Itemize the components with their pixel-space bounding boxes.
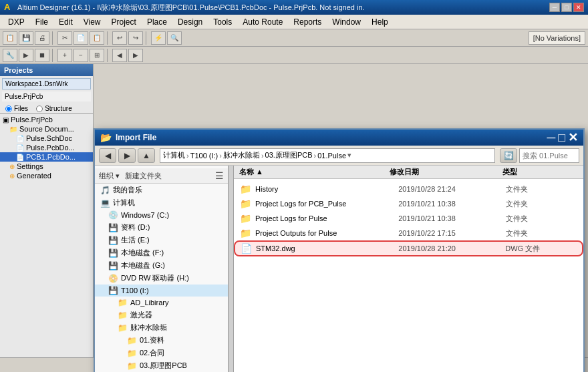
forward-button[interactable]: ▶ [118,148,136,163]
file-item-stm32[interactable]: 📄 STM32.dwg 2019/10/28 21:20 DWG 文件 [234,240,583,256]
menu-edit[interactable]: Edit [53,16,78,28]
folder-icon: 📁 [127,336,137,345]
tb-btn-22[interactable]: ▶ [19,49,33,62]
folder-icon: 📁 [118,298,128,307]
tree-item-3[interactable]: 📄 Pulse.PcbDo... [0,143,93,152]
tab-files-radio[interactable] [5,106,12,112]
col-header-date[interactable]: 修改日期 [390,167,502,177]
bc-pulse[interactable]: 01.Pulse [317,152,346,160]
tab-structure[interactable]: Structure [33,104,75,113]
folder-icon: 📁 [240,184,251,194]
file-item-logs-pcb[interactable]: 📁 Project Logs for PCB_Pulse 2019/10/21 … [234,196,583,211]
tree-computer[interactable]: 💻 计算机 [95,196,228,209]
up-button[interactable]: ▲ [138,148,155,163]
minimize-button[interactable]: ─ [549,3,560,12]
tree-item-6[interactable]: ⊕ Generated [0,171,93,180]
drive-icon: 💿 [108,210,118,220]
tb-btn-10[interactable]: 🔍 [167,31,182,45]
menu-project[interactable]: Project [106,16,142,28]
menu-autoroute[interactable]: Auto Route [237,16,288,28]
maximize-button[interactable]: □ [561,3,572,12]
tree-item-0[interactable]: ▣ Pulse.PrjPcb [0,115,93,124]
tab-structure-radio[interactable] [36,106,43,112]
file-item-outputs[interactable]: 📁 Project Outputs for Pulse 2019/10/22 1… [234,226,583,240]
projects-header: Projects [0,64,93,76]
bc-t100[interactable]: T100 (I:) [190,152,218,160]
resize-handle[interactable] [229,166,234,372]
tab-files[interactable]: Files [3,104,31,113]
menu-window[interactable]: Window [327,16,366,28]
file-list-panel: 名称 ▲ 修改日期 类型 📁 History 2019/10/28 21:24 … [234,166,583,372]
bc-pulse-water[interactable]: 脉冲水除垢 [223,150,260,160]
tb-btn-5[interactable]: 📄 [74,31,88,45]
tb-btn-8[interactable]: ↪ [128,31,143,45]
tb-btn-24[interactable]: + [57,49,72,62]
tb-btn-23[interactable]: ⏹ [35,49,49,62]
tree-drive-i[interactable]: 💾 T100 (I:) [95,285,228,297]
tree-data[interactable]: 📁 01.资料 [95,334,228,347]
dialog-close-button[interactable]: ✕ [568,130,578,145]
dialog-minimize-button[interactable]: ─ [547,131,555,145]
tree-contract[interactable]: 📁 02.合同 [95,347,228,359]
search-input[interactable] [523,152,576,160]
tree-item-1[interactable]: 📁 Source Docum... [0,124,93,134]
tree-drive-h[interactable]: 📀 DVD RW 驱动器 (H:) [95,272,228,285]
tree-schpcb-folder[interactable]: 📁 03.原理图PCB [95,359,228,372]
tb-sep-21 [52,49,55,62]
tb-btn-9[interactable]: ⚡ [151,31,166,45]
tree-windows[interactable]: 💿 Windows7 (C:) [95,209,228,221]
menu-help[interactable]: Help [366,16,394,28]
tb-btn-3[interactable]: 🖨 [35,31,49,45]
menu-dxp[interactable]: DXP [3,16,30,28]
drive-icon: 💾 [108,286,118,295]
file-item-history[interactable]: 📁 History 2019/10/28 21:24 文件夹 [234,182,583,196]
toolbar-1: 📋 💾 🖨 ✂ 📄 📋 ↩ ↪ ⚡ 🔍 [No Variations] [0,29,588,47]
tb-btn-4[interactable]: ✂ [57,31,72,45]
dialog-title: Import File [116,133,331,142]
tb-btn-1[interactable]: 📋 [3,31,17,45]
tree-drive-f[interactable]: 💾 本地磁盘 (F:) [95,246,228,259]
dialog-maximize-button[interactable]: □ [558,131,565,145]
tree-adlib[interactable]: 📁 AD_Libirary [95,297,228,309]
menu-view[interactable]: View [78,16,106,28]
tree-drive-g[interactable]: 💾 本地磁盘 (G:) [95,259,228,272]
tb-btn-6[interactable]: 📋 [90,31,104,45]
menu-design[interactable]: Design [172,16,208,28]
organize-button[interactable]: 组织 ▾ [99,171,120,181]
tree-item-2[interactable]: 📄 Pulse.SchDoc [0,134,93,143]
workspace-label[interactable]: Workspace1.DsnWrk [2,78,91,89]
new-folder-button[interactable]: 新建文件夹 [125,171,162,181]
tree-item-4[interactable]: 📄 PCB1.PcbDo... [0,152,93,162]
col-header-name[interactable]: 名称 ▲ [239,167,390,177]
close-button[interactable]: ✕ [573,3,584,12]
back-button[interactable]: ◀ [99,148,116,163]
tb-btn-2[interactable]: 💾 [19,31,33,45]
view-toggle-button[interactable]: ☰ [215,170,224,181]
tb-sep-22 [107,49,110,62]
menu-reports[interactable]: Reports [288,16,327,28]
tree-music[interactable]: 🎵 我的音乐 [95,184,228,196]
search-box[interactable] [519,148,579,163]
bc-schpcb[interactable]: 03.原理图PCB [265,150,313,160]
tree-item-5[interactable]: ⊕ Settings [0,162,93,171]
tree-laser[interactable]: 📁 激光器 [95,309,228,321]
menu-tools[interactable]: Tools [208,16,237,28]
tb-btn-28[interactable]: ▶ [128,49,143,62]
tb-btn-7[interactable]: ↩ [112,31,127,45]
bc-computer[interactable]: 计算机 [163,150,185,160]
tree-drive-d[interactable]: 💾 资料 (D:) [95,221,228,234]
folder-icon: 📁 [240,198,251,209]
project-label[interactable]: Pulse.PrjPcb [2,91,91,102]
tree-drive-e[interactable]: 💾 生活 (E:) [95,234,228,246]
tb-btn-21[interactable]: 🔧 [3,49,17,62]
refresh-button[interactable]: 🔄 [500,148,517,163]
tb-sep-2 [107,31,110,45]
menu-place[interactable]: Place [142,16,172,28]
file-item-logs-pulse[interactable]: 📁 Project Logs for Pulse 2019/10/21 10:3… [234,211,583,226]
col-header-type[interactable]: 类型 [502,167,578,177]
tree-pulse-water[interactable]: 📁 脉冲水除垢 [95,321,228,334]
menu-file[interactable]: File [30,16,53,28]
tb-btn-26[interactable]: ⊞ [90,49,104,62]
tb-btn-25[interactable]: − [74,49,88,62]
tb-btn-27[interactable]: ◀ [112,49,127,62]
